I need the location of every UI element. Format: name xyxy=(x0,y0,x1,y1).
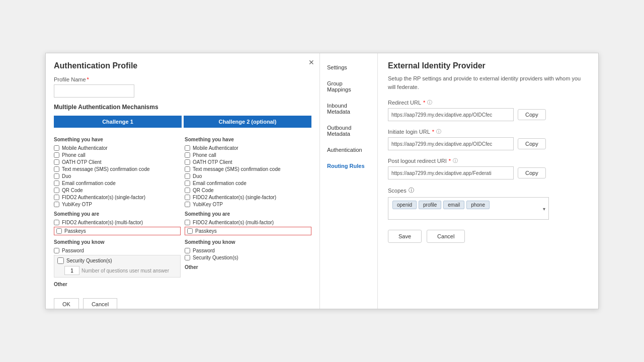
post-logout-uri-field: Post logout redirect URI * ⓘ Copy xyxy=(388,157,588,179)
list-item: Duo xyxy=(54,173,181,179)
list-item: Mobile Authenticator xyxy=(185,145,311,151)
col2-other-label: Other xyxy=(185,264,311,270)
email-conf-check[interactable] xyxy=(54,180,59,186)
right-panel-title: External Identity Provider xyxy=(388,61,588,70)
list-item: FIDO2 Authenticator(s) (single-factor) xyxy=(185,195,311,200)
list-item: Password xyxy=(54,248,181,253)
list-item: OATH OTP Client xyxy=(185,159,311,165)
col2-fido2-multi-check[interactable] xyxy=(185,220,190,225)
fido2-single-check[interactable] xyxy=(54,195,59,200)
right-panel-description: Setup the RP settings and provide to ext… xyxy=(388,74,588,91)
nav-outbound-metadata[interactable]: OutboundMetadata xyxy=(320,120,377,142)
nav-authentication[interactable]: Authentication xyxy=(320,142,377,158)
yubikey-check[interactable] xyxy=(54,202,59,207)
scope-tag-email: email xyxy=(443,201,464,209)
initiate-login-url-copy-button[interactable]: Copy xyxy=(518,138,546,149)
scopes-info-icon: ⓘ xyxy=(409,187,414,194)
redirect-url-copy-button[interactable]: Copy xyxy=(518,109,546,120)
num-questions-input[interactable] xyxy=(64,266,79,275)
column-2: Something you have Mobile Authenticator … xyxy=(185,133,311,290)
col2-have-label: Something you have xyxy=(185,137,311,142)
col2-fido2-single-check[interactable] xyxy=(185,195,190,200)
list-item: OATH OTP Client xyxy=(54,159,181,165)
list-item: FIDO2 Authenticator(s) (multi-factor) xyxy=(185,220,311,225)
two-columns: Something you have Mobile Authenticator … xyxy=(54,133,311,290)
col1-other-label: Other xyxy=(54,282,181,287)
nav-settings[interactable]: Settings xyxy=(320,59,377,75)
passkeys-check-col1[interactable] xyxy=(56,228,62,234)
sms-check[interactable] xyxy=(54,166,59,172)
col2-mobile-auth-check[interactable] xyxy=(185,145,190,151)
profile-name-label: Profile Name* xyxy=(54,76,311,82)
col2-security-q-check[interactable] xyxy=(185,255,190,260)
initiate-login-url-input[interactable] xyxy=(388,137,514,150)
column-1: Something you have Mobile Authenticator … xyxy=(54,133,181,290)
right-bottom-buttons: Save Cancel xyxy=(388,230,588,243)
col1-are-label: Something you are xyxy=(54,211,181,217)
col2-oath-check[interactable] xyxy=(185,159,190,165)
list-item: Mobile Authenticator xyxy=(54,145,181,151)
fido2-multi-check[interactable] xyxy=(54,220,59,225)
list-item: Text message (SMS) confirmation code xyxy=(185,166,311,172)
list-item: FIDO2 Authenticator(s) (multi-factor) xyxy=(54,220,181,225)
cancel-button[interactable]: Cancel xyxy=(83,298,117,309)
save-button[interactable]: Save xyxy=(388,230,422,243)
external-identity-provider-panel: External Identity Provider Setup the RP … xyxy=(378,53,598,309)
scope-tag-openid: openid xyxy=(392,201,417,209)
scopes-dropdown-icon: ▾ xyxy=(543,206,545,211)
ok-button[interactable]: OK xyxy=(54,298,79,309)
nav-panel: Settings GroupMappings InboundMetadata O… xyxy=(320,53,378,309)
challenge2-tab[interactable]: Challenge 2 (optional) xyxy=(184,116,311,128)
col2-phone-call-check[interactable] xyxy=(185,152,190,158)
col2-qr-check[interactable] xyxy=(185,188,190,193)
col1-know-label: Something you know xyxy=(54,239,181,245)
post-logout-uri-input[interactable] xyxy=(388,166,514,179)
post-logout-uri-copy-button[interactable]: Copy xyxy=(518,167,546,178)
passkeys-row-col2: Passkeys xyxy=(185,227,311,235)
password-check[interactable] xyxy=(54,248,59,253)
list-item: QR Code xyxy=(185,188,311,193)
col1-have-label: Something you have xyxy=(54,137,181,142)
list-item: QR Code xyxy=(54,188,181,193)
nav-inbound-metadata[interactable]: InboundMetadata xyxy=(320,98,377,120)
scope-tag-profile: profile xyxy=(419,201,441,209)
security-q-check[interactable] xyxy=(57,257,64,264)
passkeys-check-col2[interactable] xyxy=(187,228,193,234)
list-item: Phone call xyxy=(54,152,181,158)
list-item: Phone call xyxy=(185,152,311,158)
scopes-container[interactable]: openid profile email phone ▾ xyxy=(388,197,549,220)
duo-check[interactable] xyxy=(54,173,59,179)
scope-tag-phone: phone xyxy=(466,201,490,209)
scopes-field: Scopes ⓘ openid profile email phone ▾ xyxy=(388,187,588,220)
col2-know-label: Something you know xyxy=(185,239,311,245)
col2-yubikey-check[interactable] xyxy=(185,202,190,207)
challenge1-tab[interactable]: Challenge 1 xyxy=(54,116,182,128)
col2-email-conf-check[interactable] xyxy=(185,180,190,186)
col2-sms-check[interactable] xyxy=(185,166,190,172)
col2-are-label: Something you are xyxy=(185,211,311,217)
security-questions-group: Security Question(s) Number of questions… xyxy=(54,255,181,278)
list-item: Security Question(s) xyxy=(185,255,311,260)
col2-password-check[interactable] xyxy=(185,248,190,253)
qr-check[interactable] xyxy=(54,188,59,193)
redirect-url-info-icon: ⓘ xyxy=(427,99,432,106)
cancel-right-button[interactable]: Cancel xyxy=(427,230,465,243)
list-item: Duo xyxy=(185,173,311,179)
initiate-login-url-info-icon: ⓘ xyxy=(436,128,441,135)
redirect-url-input[interactable] xyxy=(388,108,514,121)
bottom-buttons: OK Cancel xyxy=(54,298,311,309)
mobile-auth-check[interactable] xyxy=(54,145,59,151)
post-logout-uri-info-icon: ⓘ xyxy=(453,157,458,164)
profile-name-input[interactable] xyxy=(54,84,134,98)
nav-group-mappings[interactable]: GroupMappings xyxy=(320,75,377,98)
list-item: Email confirmation code xyxy=(185,180,311,186)
passkeys-row-col1: Passkeys xyxy=(54,227,181,235)
close-button[interactable]: ✕ xyxy=(308,58,314,66)
oath-check[interactable] xyxy=(54,159,59,165)
list-item: Password xyxy=(185,248,311,253)
list-item: FIDO2 Authenticator(s) (single-factor) xyxy=(54,195,181,200)
col2-duo-check[interactable] xyxy=(185,173,190,179)
challenge-tabs: Challenge 1 Challenge 2 (optional) xyxy=(54,116,311,128)
phone-call-check[interactable] xyxy=(54,152,59,158)
nav-routing-rules[interactable]: Routing Rules xyxy=(320,158,377,174)
